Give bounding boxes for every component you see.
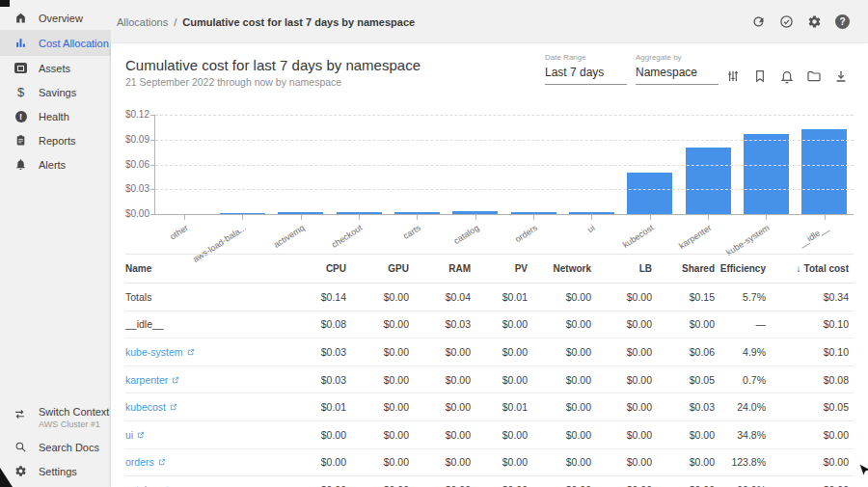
sidebar-item-health[interactable]: ! Health [0, 104, 111, 128]
namespace-link[interactable]: karpenter [125, 374, 179, 386]
sidebar-item-reports[interactable]: Reports [0, 128, 111, 152]
y-axis-label: $0.09 [118, 134, 149, 145]
column-header-shared[interactable]: Shared [657, 263, 719, 274]
sidebar-item-label: Alerts [39, 159, 66, 171]
bar-carts[interactable] [394, 212, 440, 214]
table-cell: 34.8% [719, 429, 771, 441]
namespace-link[interactable]: ui [125, 429, 145, 441]
table-row: orders $0.00$0.00$0.00$0.00$0.00$0.00$0.… [125, 449, 854, 477]
bar-activemq[interactable] [278, 212, 323, 214]
aggregate-by-select[interactable]: Aggregate by Namespace [636, 53, 719, 85]
date-range-select[interactable]: Date Range Last 7 days [545, 53, 627, 85]
report-actions [725, 68, 849, 84]
x-axis-label: activemq [272, 223, 307, 250]
y-axis-label: $0.03 [118, 183, 149, 194]
namespace-link[interactable]: kube-system [125, 346, 195, 358]
page-title: Cumulative cost for last 7 days by names… [125, 57, 420, 73]
column-header-ram[interactable]: RAM [414, 263, 475, 274]
bar-kube-system[interactable] [744, 134, 789, 214]
clipboard-icon [14, 134, 27, 147]
sidebar-item-label: Health [39, 111, 69, 122]
table-row: catalog $0.00$0.00$0.00$0.00$0.00$0.00$0… [125, 476, 854, 487]
bookmark-icon[interactable] [752, 68, 768, 84]
column-header-pv[interactable]: PV [475, 263, 532, 274]
table-cell: $0.00 [596, 291, 657, 303]
external-link-icon [170, 403, 177, 411]
table-cell: $0.34 [771, 291, 854, 303]
table-cell: $0.00 [475, 429, 532, 441]
namespace-link[interactable]: orders [125, 456, 166, 468]
bar-checkout[interactable] [337, 212, 382, 214]
download-icon[interactable] [833, 68, 849, 84]
sidebar-item-cost-allocation[interactable]: Cost Allocation [0, 30, 111, 56]
table-cell: $0.00 [596, 374, 657, 386]
sidebar-item-alerts[interactable]: Alerts [0, 152, 111, 176]
table-row: ui $0.00$0.00$0.00$0.00$0.00$0.00$0.0034… [125, 421, 854, 449]
table-cell: $0.05 [657, 374, 719, 386]
row-name-cell: orders [125, 456, 287, 468]
column-header-gpu[interactable]: GPU [351, 263, 414, 274]
column-header-network[interactable]: Network [532, 263, 596, 274]
column-header-efficiency[interactable]: Efficiency [719, 263, 771, 274]
bar-ui[interactable] [569, 212, 614, 214]
folder-icon[interactable] [806, 68, 822, 84]
chart-plot: otheraws-load-bala...activemqcheckoutcar… [154, 115, 854, 215]
refresh-icon[interactable] [751, 14, 766, 29]
table-cell: 123.8% [719, 456, 771, 468]
row-name-cell: karpenter [125, 374, 287, 386]
column-header-total-cost[interactable]: ↓ Total cost [771, 263, 854, 274]
breadcrumb: Allocations / Cumulative cost for last 7… [111, 16, 415, 28]
bar-__idle__[interactable] [801, 129, 847, 214]
table-cell: $0.00 [414, 401, 475, 413]
bar-karpenter[interactable] [686, 148, 731, 214]
settings-gear-icon[interactable] [807, 14, 822, 29]
table-cell: 0.7% [719, 374, 771, 386]
bar-kubecost[interactable] [627, 173, 672, 214]
settings-label: Settings [39, 466, 77, 477]
settings-button[interactable]: Settings [0, 459, 111, 483]
help-icon[interactable]: ? [835, 14, 850, 29]
date-range-value: Last 7 days [545, 62, 627, 85]
y-axis-tick [150, 189, 155, 190]
sidebar-item-label: Overview [39, 13, 83, 24]
switch-context-button[interactable]: Switch Context AWS Cluster #1 [0, 400, 111, 435]
table-cell: $0.00 [475, 346, 532, 358]
column-header-cpu[interactable]: CPU [287, 263, 351, 274]
table-cell: $0.00 [532, 429, 596, 441]
bar-catalog[interactable] [452, 211, 498, 214]
sidebar-item-overview[interactable]: Overview [0, 6, 111, 30]
table-body: Totals $0.14$0.00$0.04$0.01$0.00$0.00$0.… [125, 284, 854, 487]
bell-icon [14, 158, 27, 171]
gridline [155, 140, 854, 141]
bar-aws-load-bala...[interactable] [220, 213, 265, 214]
x-axis-label: carts [401, 223, 422, 241]
sidebar-item-savings[interactable]: $ Savings [0, 80, 111, 104]
table-row: __idle__ $0.08$0.00$0.03$0.00$0.00$0.00$… [125, 311, 854, 339]
namespace-link[interactable]: kubecost [125, 401, 177, 413]
check-circle-icon[interactable] [779, 14, 794, 29]
row-name-cell: kube-system [125, 346, 287, 358]
table-cell: $0.00 [475, 374, 532, 386]
table-cell: $0.00 [596, 456, 657, 468]
table-cell: $0.00 [596, 429, 657, 441]
sidebar-item-assets[interactable]: Assets [0, 56, 111, 80]
column-header-lb[interactable]: LB [596, 263, 657, 274]
bar-orders[interactable] [511, 212, 556, 214]
tune-icon[interactable] [725, 68, 741, 84]
column-header-name[interactable]: Name [125, 263, 287, 274]
allocation-table: Name CPU GPU RAM PV Network LB Shared Ef… [125, 254, 854, 487]
aggregate-by-value: Namespace [636, 62, 719, 85]
x-axis-label: other [168, 223, 190, 242]
table-cell: $0.00 [414, 456, 475, 468]
search-docs-button[interactable]: Search Docs [0, 435, 111, 459]
external-link-icon [158, 458, 166, 466]
date-range-label: Date Range [545, 53, 627, 62]
table-cell: $0.03 [287, 346, 351, 358]
breadcrumb-parent[interactable]: Allocations [117, 16, 168, 28]
x-axis-label: catalog [451, 223, 480, 246]
allocation-report-card: Cumulative cost for last 7 days by names… [111, 43, 868, 487]
sidebar-item-label: Savings [39, 87, 76, 98]
x-axis-label: kubecost [621, 223, 656, 250]
notification-bell-icon[interactable] [779, 68, 795, 84]
cumulative-cost-bar-chart: otheraws-load-bala...activemqcheckoutcar… [125, 115, 854, 215]
